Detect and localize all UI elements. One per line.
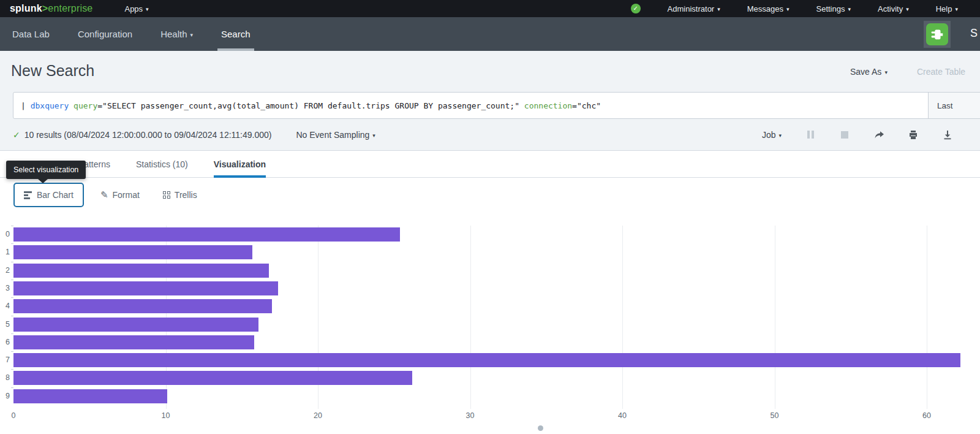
stop-icon[interactable]	[839, 129, 850, 140]
nav-item-health[interactable]: Health	[160, 17, 193, 51]
bar-row	[13, 262, 980, 280]
caret-down-icon	[146, 4, 149, 13]
tab-label: Statistics (10)	[136, 159, 188, 169]
bar-6[interactable]	[13, 335, 254, 349]
caret-down-icon	[786, 4, 790, 13]
job-menu[interactable]: Job	[762, 130, 782, 140]
share-icon[interactable]	[873, 129, 884, 140]
apps-menu[interactable]: Apps	[124, 4, 148, 13]
print-icon[interactable]	[908, 129, 919, 140]
pause-icon[interactable]	[805, 129, 816, 140]
save-as-button[interactable]: Save As	[850, 67, 888, 77]
scroll-indicator-dot[interactable]	[538, 425, 543, 431]
bar-5[interactable]	[13, 318, 258, 332]
menu-help[interactable]: Help	[936, 4, 958, 13]
trellis-button[interactable]: Trellis	[163, 190, 197, 200]
bar-row	[13, 226, 980, 243]
x-tick-label: 40	[618, 411, 627, 420]
x-tick-label: 50	[771, 411, 779, 420]
bar-8[interactable]	[13, 371, 412, 385]
caret-down-icon	[717, 4, 720, 13]
category-label: 8	[0, 371, 10, 385]
tab-label: Visualization	[214, 159, 266, 169]
plot-area	[13, 226, 980, 405]
x-tick-label: 30	[466, 411, 475, 420]
bar-row	[13, 369, 980, 387]
category-label: 6	[0, 335, 10, 349]
category-label: 3	[0, 281, 10, 295]
menu-label: Administrator	[668, 4, 715, 13]
x-tick-label: 0	[12, 411, 16, 420]
nav-item-configuration[interactable]: Configuration	[78, 17, 132, 51]
category-label: 2	[0, 264, 10, 278]
export-icon[interactable]	[942, 129, 953, 140]
query-segment: query	[74, 101, 97, 110]
format-button[interactable]: Format	[100, 189, 140, 200]
menu-messages[interactable]: Messages	[747, 4, 790, 13]
category-label: 0	[0, 227, 10, 242]
app-nav-bar: Data Lab Configuration Health Search S	[0, 17, 980, 51]
chart-type-button[interactable]: Bar Chart	[13, 183, 84, 207]
chart-type-label: Bar Chart	[37, 190, 74, 200]
results-check-icon: ✓	[13, 130, 20, 140]
bar-row	[13, 280, 980, 297]
bar-1[interactable]	[13, 245, 252, 259]
results-actions: Job	[762, 129, 953, 140]
top-bar: splunk>enterprise Apps ✓ Administrator M…	[0, 0, 980, 17]
splunk-logo[interactable]: splunk>enterprise	[10, 3, 92, 14]
category-label: 9	[0, 389, 10, 403]
sampling-label: No Event Sampling	[296, 130, 369, 140]
menu-label: Settings	[816, 4, 845, 13]
query-segment	[69, 101, 74, 110]
x-tick-label: 10	[162, 411, 170, 420]
nav-label: Health	[160, 29, 187, 39]
nav-item-search[interactable]: Search	[221, 17, 251, 51]
query-segment: ="chc"	[572, 101, 601, 110]
apps-label: Apps	[124, 4, 143, 13]
event-sampling-menu[interactable]: No Event Sampling	[296, 130, 375, 140]
nav-item-data-lab[interactable]: Data Lab	[12, 17, 50, 51]
plug-icon	[926, 23, 948, 45]
query-segment: |	[21, 101, 31, 110]
app-title: S	[970, 27, 978, 40]
app-icon-button[interactable]	[924, 21, 951, 48]
bar-7[interactable]	[13, 353, 960, 367]
trellis-label: Trellis	[175, 190, 197, 200]
bar-2[interactable]	[13, 264, 269, 278]
logo-brand: splunk	[10, 3, 42, 13]
top-bar-right: ✓ Administrator Messages Settings Activi…	[631, 4, 958, 13]
category-label: 4	[0, 299, 10, 313]
caret-down-icon	[955, 4, 958, 13]
query-segment: connection	[524, 101, 572, 110]
menu-label: Activity	[878, 4, 903, 13]
logo-product: enterprise	[48, 3, 92, 13]
bar-0[interactable]	[13, 227, 400, 242]
query-segment: dbxquery	[31, 101, 69, 110]
format-label: Format	[113, 190, 140, 200]
category-label: 7	[0, 353, 10, 367]
results-tabs: Events (0) Patterns Statistics (10) Visu…	[0, 151, 980, 178]
tab-visualization[interactable]: Visualization	[214, 151, 266, 178]
x-tick-label: 20	[314, 411, 322, 420]
nav-label: Search	[221, 29, 251, 39]
save-as-label: Save As	[850, 67, 881, 77]
bar-row	[13, 351, 980, 369]
x-tick-label: 60	[922, 411, 931, 420]
select-visualization-tooltip: Select visualization	[6, 161, 86, 179]
menu-label: Messages	[747, 4, 783, 13]
trellis-grid-icon	[163, 191, 170, 199]
bar-3[interactable]	[13, 281, 278, 295]
time-range-picker[interactable]: Last	[928, 93, 980, 118]
tab-statistics[interactable]: Statistics (10)	[136, 151, 188, 178]
menu-administrator[interactable]: Administrator	[668, 4, 720, 13]
create-table-button[interactable]: Create Table	[917, 67, 965, 77]
pencil-icon	[100, 189, 108, 200]
bar-9[interactable]	[13, 389, 167, 403]
menu-settings[interactable]: Settings	[816, 4, 851, 13]
category-label: 5	[0, 318, 10, 332]
menu-activity[interactable]: Activity	[878, 4, 909, 13]
bar-4[interactable]	[13, 299, 272, 313]
search-input[interactable]: | dbxquery query="SELECT passenger_count…	[13, 93, 928, 118]
results-toolbar: ✓ 10 results (08/04/2024 12:00:00.000 to…	[0, 119, 980, 151]
time-range-label: Last	[937, 101, 953, 110]
